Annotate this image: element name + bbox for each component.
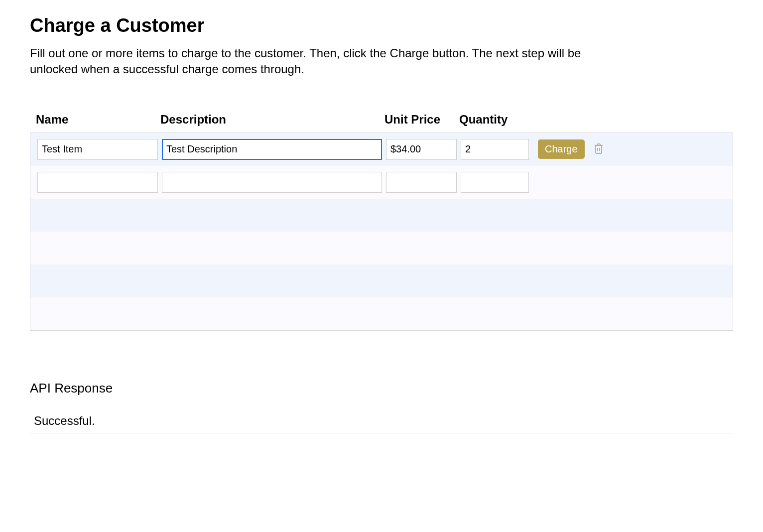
page-intro: Fill out one or more items to charge to … xyxy=(30,45,618,78)
name-input[interactable] xyxy=(37,139,158,160)
delete-button[interactable] xyxy=(592,141,606,157)
api-response-section: API Response Successful. xyxy=(30,381,733,433)
trash-icon xyxy=(593,142,605,156)
col-name: Name xyxy=(35,113,159,127)
api-response-status: Successful. xyxy=(30,411,733,433)
row-actions: Charge xyxy=(531,139,728,159)
col-unit-price: Unit Price xyxy=(383,113,458,127)
col-description: Description xyxy=(159,113,383,127)
col-actions xyxy=(530,113,728,127)
description-input[interactable] xyxy=(162,139,382,160)
unit-price-input[interactable] xyxy=(386,172,457,193)
table-row xyxy=(30,265,733,297)
charge-button[interactable]: Charge xyxy=(538,139,585,159)
unit-price-input[interactable] xyxy=(386,139,457,160)
quantity-input[interactable] xyxy=(461,139,529,160)
quantity-input[interactable] xyxy=(461,172,529,193)
page-title: Charge a Customer xyxy=(30,15,733,36)
col-quantity: Quantity xyxy=(458,113,530,127)
items-table: Charge xyxy=(30,133,733,331)
name-input[interactable] xyxy=(37,172,158,193)
description-input[interactable] xyxy=(162,172,382,193)
table-header: Name Description Unit Price Quantity xyxy=(30,108,733,133)
table-row xyxy=(30,297,733,330)
table-row xyxy=(30,232,733,265)
api-response-heading: API Response xyxy=(30,381,733,396)
table-row: Charge xyxy=(30,133,733,166)
table-row xyxy=(30,166,733,199)
table-row xyxy=(30,199,733,232)
